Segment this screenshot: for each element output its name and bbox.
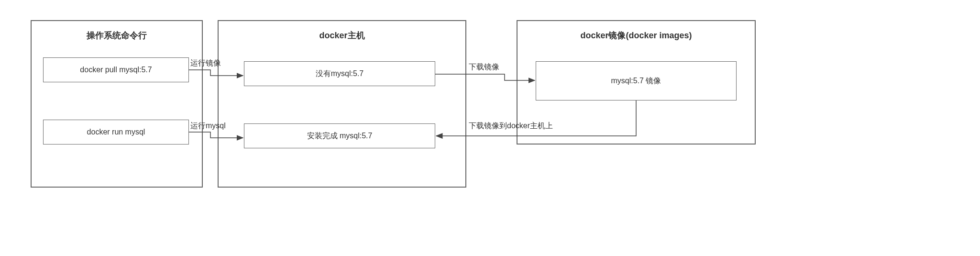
container-title-os-cli: 操作系统命令行 bbox=[32, 21, 202, 46]
label-run-image: 运行镜像 bbox=[190, 58, 221, 68]
label-download-image: 下载镜像 bbox=[469, 62, 499, 72]
box-docker-run-text: docker run mysql bbox=[87, 128, 145, 136]
container-os-cli: 操作系统命令行 bbox=[31, 20, 203, 188]
container-docker-host: docker主机 bbox=[218, 20, 466, 188]
box-install-complete-text: 安装完成 mysql:5.7 bbox=[307, 131, 373, 141]
container-title-docker-host: docker主机 bbox=[219, 21, 465, 46]
label-download-to-host: 下载镜像到docker主机上 bbox=[469, 121, 553, 131]
box-mysql-image-text: mysql:5.7 镜像 bbox=[611, 76, 661, 86]
label-run-mysql: 运行mysql bbox=[190, 121, 226, 131]
container-title-docker-images: docker镜像(docker images) bbox=[518, 21, 755, 46]
box-mysql-image: mysql:5.7 镜像 bbox=[536, 61, 737, 100]
box-docker-run: docker run mysql bbox=[43, 120, 189, 145]
box-no-mysql: 没有mysql:5.7 bbox=[244, 61, 435, 86]
box-no-mysql-text: 没有mysql:5.7 bbox=[316, 69, 363, 79]
box-install-complete: 安装完成 mysql:5.7 bbox=[244, 123, 435, 148]
box-docker-pull-text: docker pull mysql:5.7 bbox=[80, 66, 152, 74]
box-docker-pull: docker pull mysql:5.7 bbox=[43, 57, 189, 82]
